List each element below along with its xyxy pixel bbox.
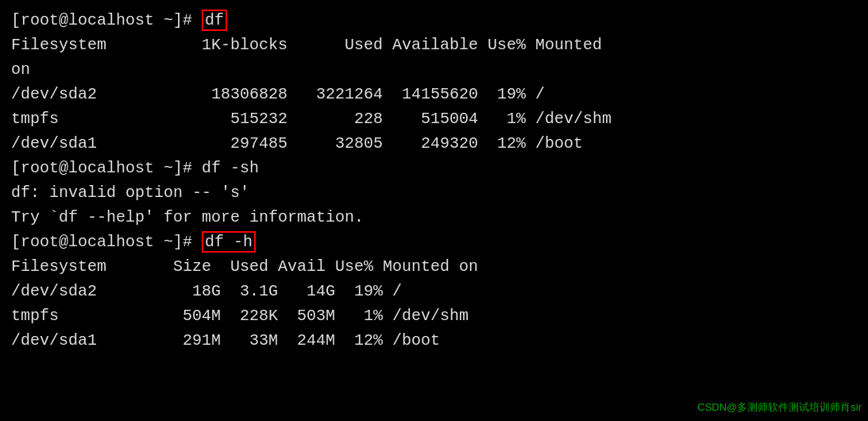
terminal-line-10: [root@localhost ~]# df -h <box>11 230 857 254</box>
terminal-line-4: /dev/sda2 18306828 3221264 14155620 19% … <box>11 82 857 106</box>
highlight-df-1: df <box>202 10 227 31</box>
terminal-line-7: [root@localhost ~]# df -sh <box>11 156 857 180</box>
terminal-line-14: /dev/sda1 291M 33M 244M 12% /boot <box>11 328 857 353</box>
highlight-df-h: df -h <box>202 231 256 253</box>
terminal-line-5: tmpfs 515232 228 515004 1% /dev/shm <box>11 106 857 131</box>
terminal-line-9: Try `df --help' for more information. <box>11 205 857 230</box>
terminal-container: [root@localhost ~]# df Filesystem 1K-blo… <box>11 8 857 353</box>
terminal-line-11: Filesystem Size Used Avail Use% Mounted … <box>11 254 857 279</box>
terminal-line-8: df: invalid option -- 's' <box>11 180 857 205</box>
terminal-line-6: /dev/sda1 297485 32805 249320 12% /boot <box>11 131 857 156</box>
terminal-line-1: [root@localhost ~]# df <box>11 8 857 33</box>
terminal-line-12: /dev/sda2 18G 3.1G 14G 19% / <box>11 279 857 303</box>
watermark: CSDN@多测师软件测试培训师肖sir <box>697 400 862 415</box>
terminal-line-13: tmpfs 504M 228K 503M 1% /dev/shm <box>11 303 857 328</box>
terminal-line-3: on <box>11 57 857 82</box>
terminal-line-2: Filesystem 1K-blocks Used Available Use%… <box>11 33 857 57</box>
